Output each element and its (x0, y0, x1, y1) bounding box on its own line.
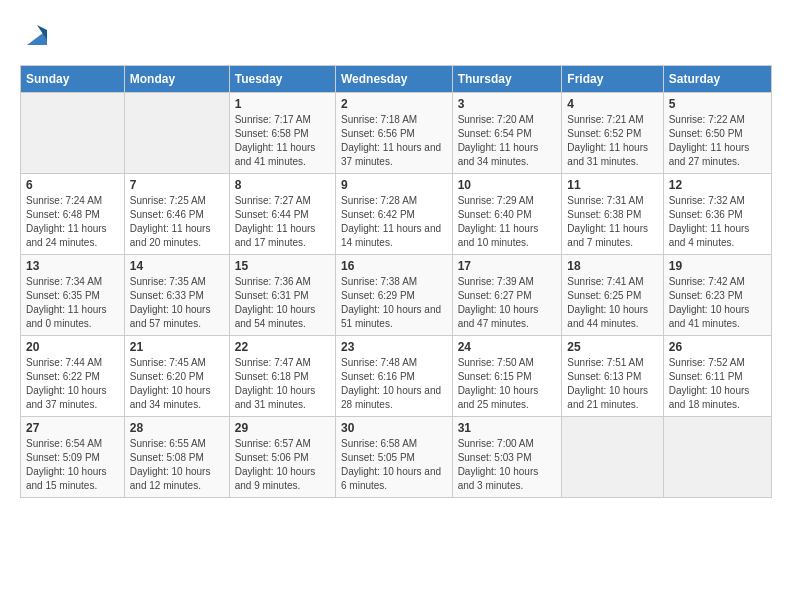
day-info: Sunrise: 7:41 AM Sunset: 6:25 PM Dayligh… (567, 275, 657, 331)
calendar-cell: 21Sunrise: 7:45 AM Sunset: 6:20 PM Dayli… (124, 335, 229, 416)
day-header-saturday: Saturday (663, 65, 771, 92)
calendar-cell: 4Sunrise: 7:21 AM Sunset: 6:52 PM Daylig… (562, 92, 663, 173)
calendar-cell: 16Sunrise: 7:38 AM Sunset: 6:29 PM Dayli… (335, 254, 452, 335)
calendar-cell (124, 92, 229, 173)
day-number: 21 (130, 340, 224, 354)
week-row-5: 27Sunrise: 6:54 AM Sunset: 5:09 PM Dayli… (21, 416, 772, 497)
day-number: 3 (458, 97, 557, 111)
day-header-monday: Monday (124, 65, 229, 92)
day-number: 1 (235, 97, 330, 111)
day-header-wednesday: Wednesday (335, 65, 452, 92)
day-info: Sunrise: 7:28 AM Sunset: 6:42 PM Dayligh… (341, 194, 447, 250)
week-row-2: 6Sunrise: 7:24 AM Sunset: 6:48 PM Daylig… (21, 173, 772, 254)
day-number: 9 (341, 178, 447, 192)
calendar-cell: 13Sunrise: 7:34 AM Sunset: 6:35 PM Dayli… (21, 254, 125, 335)
day-info: Sunrise: 6:57 AM Sunset: 5:06 PM Dayligh… (235, 437, 330, 493)
day-info: Sunrise: 7:45 AM Sunset: 6:20 PM Dayligh… (130, 356, 224, 412)
day-info: Sunrise: 7:29 AM Sunset: 6:40 PM Dayligh… (458, 194, 557, 250)
calendar-cell: 2Sunrise: 7:18 AM Sunset: 6:56 PM Daylig… (335, 92, 452, 173)
day-header-friday: Friday (562, 65, 663, 92)
week-row-4: 20Sunrise: 7:44 AM Sunset: 6:22 PM Dayli… (21, 335, 772, 416)
day-info: Sunrise: 7:38 AM Sunset: 6:29 PM Dayligh… (341, 275, 447, 331)
day-info: Sunrise: 7:36 AM Sunset: 6:31 PM Dayligh… (235, 275, 330, 331)
calendar-cell: 12Sunrise: 7:32 AM Sunset: 6:36 PM Dayli… (663, 173, 771, 254)
day-number: 31 (458, 421, 557, 435)
day-number: 10 (458, 178, 557, 192)
day-number: 24 (458, 340, 557, 354)
day-number: 27 (26, 421, 119, 435)
day-info: Sunrise: 6:55 AM Sunset: 5:08 PM Dayligh… (130, 437, 224, 493)
calendar-cell (562, 416, 663, 497)
calendar-table: SundayMondayTuesdayWednesdayThursdayFrid… (20, 65, 772, 498)
calendar-cell: 3Sunrise: 7:20 AM Sunset: 6:54 PM Daylig… (452, 92, 562, 173)
header-row: SundayMondayTuesdayWednesdayThursdayFrid… (21, 65, 772, 92)
calendar-cell: 29Sunrise: 6:57 AM Sunset: 5:06 PM Dayli… (229, 416, 335, 497)
day-info: Sunrise: 7:18 AM Sunset: 6:56 PM Dayligh… (341, 113, 447, 169)
day-number: 26 (669, 340, 766, 354)
calendar-cell: 10Sunrise: 7:29 AM Sunset: 6:40 PM Dayli… (452, 173, 562, 254)
calendar-cell: 31Sunrise: 7:00 AM Sunset: 5:03 PM Dayli… (452, 416, 562, 497)
day-header-thursday: Thursday (452, 65, 562, 92)
day-info: Sunrise: 7:52 AM Sunset: 6:11 PM Dayligh… (669, 356, 766, 412)
calendar-cell (21, 92, 125, 173)
day-info: Sunrise: 7:34 AM Sunset: 6:35 PM Dayligh… (26, 275, 119, 331)
day-info: Sunrise: 7:24 AM Sunset: 6:48 PM Dayligh… (26, 194, 119, 250)
day-info: Sunrise: 7:35 AM Sunset: 6:33 PM Dayligh… (130, 275, 224, 331)
day-info: Sunrise: 7:32 AM Sunset: 6:36 PM Dayligh… (669, 194, 766, 250)
calendar-cell: 25Sunrise: 7:51 AM Sunset: 6:13 PM Dayli… (562, 335, 663, 416)
day-number: 17 (458, 259, 557, 273)
calendar-cell: 19Sunrise: 7:42 AM Sunset: 6:23 PM Dayli… (663, 254, 771, 335)
day-info: Sunrise: 7:17 AM Sunset: 6:58 PM Dayligh… (235, 113, 330, 169)
calendar-cell: 26Sunrise: 7:52 AM Sunset: 6:11 PM Dayli… (663, 335, 771, 416)
day-info: Sunrise: 7:47 AM Sunset: 6:18 PM Dayligh… (235, 356, 330, 412)
day-number: 12 (669, 178, 766, 192)
calendar-cell: 9Sunrise: 7:28 AM Sunset: 6:42 PM Daylig… (335, 173, 452, 254)
calendar-cell: 27Sunrise: 6:54 AM Sunset: 5:09 PM Dayli… (21, 416, 125, 497)
day-info: Sunrise: 7:22 AM Sunset: 6:50 PM Dayligh… (669, 113, 766, 169)
day-number: 2 (341, 97, 447, 111)
calendar-cell: 7Sunrise: 7:25 AM Sunset: 6:46 PM Daylig… (124, 173, 229, 254)
day-number: 28 (130, 421, 224, 435)
day-info: Sunrise: 7:27 AM Sunset: 6:44 PM Dayligh… (235, 194, 330, 250)
day-info: Sunrise: 7:44 AM Sunset: 6:22 PM Dayligh… (26, 356, 119, 412)
calendar-cell: 5Sunrise: 7:22 AM Sunset: 6:50 PM Daylig… (663, 92, 771, 173)
day-number: 30 (341, 421, 447, 435)
calendar-cell (663, 416, 771, 497)
logo-icon (22, 20, 52, 50)
calendar-cell: 30Sunrise: 6:58 AM Sunset: 5:05 PM Dayli… (335, 416, 452, 497)
day-header-tuesday: Tuesday (229, 65, 335, 92)
day-info: Sunrise: 6:54 AM Sunset: 5:09 PM Dayligh… (26, 437, 119, 493)
day-info: Sunrise: 7:50 AM Sunset: 6:15 PM Dayligh… (458, 356, 557, 412)
week-row-1: 1Sunrise: 7:17 AM Sunset: 6:58 PM Daylig… (21, 92, 772, 173)
day-number: 29 (235, 421, 330, 435)
calendar-cell: 18Sunrise: 7:41 AM Sunset: 6:25 PM Dayli… (562, 254, 663, 335)
calendar-cell: 6Sunrise: 7:24 AM Sunset: 6:48 PM Daylig… (21, 173, 125, 254)
calendar-cell: 8Sunrise: 7:27 AM Sunset: 6:44 PM Daylig… (229, 173, 335, 254)
calendar-cell: 1Sunrise: 7:17 AM Sunset: 6:58 PM Daylig… (229, 92, 335, 173)
day-number: 23 (341, 340, 447, 354)
day-number: 4 (567, 97, 657, 111)
day-number: 14 (130, 259, 224, 273)
day-number: 18 (567, 259, 657, 273)
calendar-cell: 20Sunrise: 7:44 AM Sunset: 6:22 PM Dayli… (21, 335, 125, 416)
day-number: 13 (26, 259, 119, 273)
day-info: Sunrise: 7:00 AM Sunset: 5:03 PM Dayligh… (458, 437, 557, 493)
calendar-cell: 11Sunrise: 7:31 AM Sunset: 6:38 PM Dayli… (562, 173, 663, 254)
day-number: 16 (341, 259, 447, 273)
calendar-cell: 17Sunrise: 7:39 AM Sunset: 6:27 PM Dayli… (452, 254, 562, 335)
day-number: 11 (567, 178, 657, 192)
day-number: 8 (235, 178, 330, 192)
day-info: Sunrise: 7:31 AM Sunset: 6:38 PM Dayligh… (567, 194, 657, 250)
calendar-cell: 24Sunrise: 7:50 AM Sunset: 6:15 PM Dayli… (452, 335, 562, 416)
day-info: Sunrise: 6:58 AM Sunset: 5:05 PM Dayligh… (341, 437, 447, 493)
day-number: 5 (669, 97, 766, 111)
calendar-cell: 23Sunrise: 7:48 AM Sunset: 6:16 PM Dayli… (335, 335, 452, 416)
calendar-cell: 14Sunrise: 7:35 AM Sunset: 6:33 PM Dayli… (124, 254, 229, 335)
day-number: 25 (567, 340, 657, 354)
week-row-3: 13Sunrise: 7:34 AM Sunset: 6:35 PM Dayli… (21, 254, 772, 335)
day-info: Sunrise: 7:39 AM Sunset: 6:27 PM Dayligh… (458, 275, 557, 331)
calendar-cell: 15Sunrise: 7:36 AM Sunset: 6:31 PM Dayli… (229, 254, 335, 335)
day-info: Sunrise: 7:21 AM Sunset: 6:52 PM Dayligh… (567, 113, 657, 169)
day-number: 6 (26, 178, 119, 192)
calendar-cell: 22Sunrise: 7:47 AM Sunset: 6:18 PM Dayli… (229, 335, 335, 416)
